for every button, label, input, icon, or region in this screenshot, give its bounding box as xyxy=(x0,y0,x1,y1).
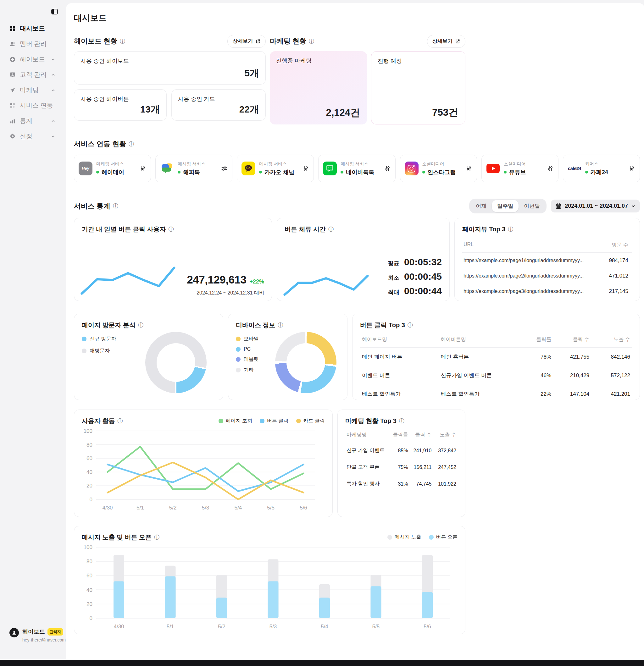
chevron-up-icon[interactable] xyxy=(51,119,55,123)
bar-open xyxy=(422,592,433,618)
service-name: 해피톡 xyxy=(183,169,200,176)
table-row: https://example.com/page2/longurladdress… xyxy=(462,268,632,283)
info-icon[interactable]: ⓘ xyxy=(138,321,143,329)
x-axis-tick-label: 5/1 xyxy=(136,505,144,511)
info-icon[interactable]: ⓘ xyxy=(309,38,314,45)
status-dot xyxy=(259,171,262,174)
marketing-detail-button[interactable]: 상세보기 xyxy=(427,35,465,48)
stat-card-heyboards: 사용 중인 헤이보드 5개 xyxy=(74,51,266,85)
sidebar-user[interactable]: 헤이보드 관리자 hey-there@naver.com xyxy=(10,628,66,643)
tab-month[interactable]: 이번달 xyxy=(519,200,545,212)
main-panel: 대시보드 헤이보드 현황 ⓘ 상세보기 사용 중인 헤이보드 5개 xyxy=(66,3,644,660)
message-bar-chart: 0204060801004/305/15/25/35/45/55/6 xyxy=(82,543,458,631)
stats-row-a: 기간 내 일별 버튼 클릭 사용자 ⓘ 247,129,613 +22% 202… xyxy=(74,218,640,301)
info-icon[interactable]: ⓘ xyxy=(508,226,513,233)
sidebar-item-members[interactable]: 멤버 관리 xyxy=(0,36,66,52)
info-icon[interactable]: ⓘ xyxy=(169,226,174,233)
table-row: 베스트 할인특가베스트 할인특가 22%147,104421,201 xyxy=(360,385,632,403)
chevron-up-icon[interactable] xyxy=(51,73,55,77)
stat-card-scheduled-marketing: 진행 예정 753건 xyxy=(371,51,465,124)
tab-yesterday[interactable]: 어제 xyxy=(471,200,492,212)
sidebar-item-dashboard[interactable]: 대시보드 xyxy=(0,21,66,36)
stats-row-d: 메시지 노출 및 버튼 오픈 ⓘ 메시지 노출 버튼 오픈 0204060801… xyxy=(74,526,465,634)
sidebar-collapse-icon[interactable] xyxy=(51,9,58,15)
stat-label: 사용 중인 헤이버튼 xyxy=(81,95,129,103)
sliders-icon[interactable] xyxy=(139,165,146,172)
info-icon[interactable]: ⓘ xyxy=(129,140,134,148)
info-icon[interactable]: ⓘ xyxy=(278,321,283,329)
sliders-icon[interactable] xyxy=(547,165,554,172)
dashboard-icon xyxy=(10,25,16,32)
service-card-cafe24: cafe24 커머스 카페24 xyxy=(563,155,640,182)
column-header: 마케팅명 xyxy=(345,428,391,442)
chevron-up-icon[interactable] xyxy=(51,57,55,62)
button-click-top3-card: 버튼 클릭 Top 3 ⓘ 헤이보드명 헤이버튼명 클릭률 클릭 수 노출 수 … xyxy=(352,314,640,400)
date-range-picker[interactable]: 2024.01.01 ~ 2024.01.07 xyxy=(551,199,640,212)
stat-card-cards: 사용 중인 카드 22개 xyxy=(171,89,266,121)
chevron-up-icon[interactable] xyxy=(51,88,55,92)
service-card-heydare: Hey 마케팅 서비스 헤이데어 xyxy=(74,155,151,182)
column-header: 노출 수 xyxy=(433,428,458,442)
user-name: 헤이보드 xyxy=(22,628,45,635)
card-title: 사용자 활동 xyxy=(82,417,115,425)
service-card-happytalk: 메시징 서비스 해피톡 xyxy=(155,155,232,182)
table-row: 특가 할인 행사31%74,745101,922 xyxy=(345,475,458,492)
sliders-icon[interactable] xyxy=(628,165,635,172)
page-url-link[interactable]: https://example.com/page1/longurladdress… xyxy=(463,258,590,263)
sliders-icon[interactable] xyxy=(221,165,228,172)
info-icon[interactable]: ⓘ xyxy=(118,417,123,425)
legend-dot xyxy=(296,419,301,423)
info-icon[interactable]: ⓘ xyxy=(120,38,125,45)
info-icon[interactable]: ⓘ xyxy=(154,534,159,541)
sidebar-item-customers[interactable]: 고객 관리 xyxy=(0,67,66,82)
y-axis-tick-label: 80 xyxy=(86,559,92,564)
stat-value: 2,124건 xyxy=(326,106,360,119)
service-category: 메시징 서비스 xyxy=(178,161,205,167)
sidebar-item-label: 헤이보드 xyxy=(20,55,45,64)
sidebar-item-marketing[interactable]: 마케팅 xyxy=(0,82,66,98)
table-row: 이벤트 버튼신규가입 이벤트 버튼 46%210,429572,122 xyxy=(360,366,632,385)
chevron-down-icon xyxy=(631,204,635,208)
legend-dot xyxy=(82,337,86,341)
stat-label: 평균 xyxy=(388,260,400,267)
user-email: hey-there@naver.com xyxy=(22,637,66,643)
heyboard-detail-button[interactable]: 상세보기 xyxy=(227,35,266,48)
stat-label: 사용 중인 헤이보드 xyxy=(81,57,129,65)
heyboard-status-section: 헤이보드 현황 ⓘ 상세보기 사용 중인 헤이보드 5개 사용 중인 헤이버튼 … xyxy=(74,35,266,124)
sidebar-item-stats[interactable]: 통계 xyxy=(0,113,66,128)
page-url-link[interactable]: https://example.com/page2/longurladdress… xyxy=(463,273,590,279)
daily-click-users-sparkline xyxy=(79,258,177,298)
card-title: 페이지 방문자 분석 xyxy=(82,321,136,329)
info-icon[interactable]: ⓘ xyxy=(399,417,404,425)
info-icon[interactable]: ⓘ xyxy=(408,321,413,329)
legend-item: 버튼 오픈 xyxy=(429,534,458,541)
info-icon[interactable]: ⓘ xyxy=(328,226,334,233)
page-url-link[interactable]: https://example.com/page3/longurladdress… xyxy=(463,288,590,294)
sliders-icon[interactable] xyxy=(302,165,309,172)
service-category: 소셜미디어 xyxy=(422,161,456,167)
sidebar-item-settings[interactable]: 설정 xyxy=(0,128,66,144)
y-axis-tick-label: 0 xyxy=(90,615,92,621)
bar-open xyxy=(165,576,176,618)
info-icon[interactable]: ⓘ xyxy=(113,203,118,210)
status-dot xyxy=(96,171,99,174)
service-stats-header: 서비스 통계 ⓘ 어제 일주일 이번달 2024.01.01 ~ 2024.01… xyxy=(74,199,640,213)
column-header: 노출 수 xyxy=(591,332,632,348)
status-dot xyxy=(341,171,343,174)
sidebar-item-heyboard[interactable]: 헤이보드 xyxy=(0,52,66,67)
legend-dot xyxy=(429,535,434,540)
legend-item: PC xyxy=(236,346,259,352)
chevron-up-icon[interactable] xyxy=(51,134,55,139)
visitor-analysis-card: 페이지 방문자 분석 ⓘ 신규 방문자 재방문자 xyxy=(74,314,223,400)
tab-week[interactable]: 일주일 xyxy=(492,200,519,212)
sidebar-item-integration[interactable]: 서비스 연동 xyxy=(0,98,66,113)
legend-dot xyxy=(236,357,240,362)
sliders-icon[interactable] xyxy=(465,165,472,172)
y-axis-tick-label: 100 xyxy=(84,428,92,434)
message-legend: 메시지 노출 버튼 오픈 xyxy=(387,534,458,541)
bar-chart-icon xyxy=(10,118,16,124)
sidebar-item-label: 마케팅 xyxy=(20,86,39,94)
avatar xyxy=(10,628,19,637)
status-dot xyxy=(178,171,181,174)
sliders-icon[interactable] xyxy=(384,165,391,172)
